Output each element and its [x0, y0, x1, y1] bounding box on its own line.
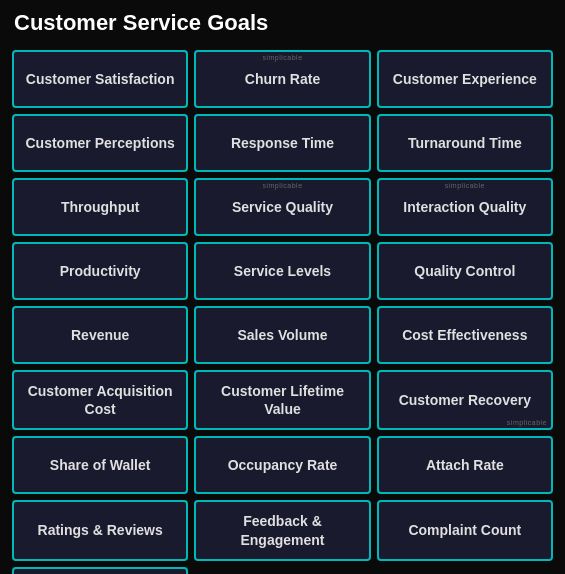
cell-label-customer-acquisition-cost: Customer Acquisition Cost: [22, 382, 178, 418]
grid-cell-productivity[interactable]: Productivity: [12, 242, 188, 300]
grid-cell-turnaround-time[interactable]: Turnaround Time: [377, 114, 553, 172]
cell-label-customer-lifetime-value: Customer Lifetime Value: [204, 382, 360, 418]
page-title: Customer Service Goals: [12, 10, 553, 36]
cell-label-customer-perceptions: Customer Perceptions: [25, 134, 174, 152]
cell-label-turnaround-time: Turnaround Time: [408, 134, 522, 152]
cell-label-attach-rate: Attach Rate: [426, 456, 504, 474]
grid-cell-response-time[interactable]: Response Time: [194, 114, 370, 172]
grid-cell-cost-effectiveness[interactable]: Cost Effectiveness: [377, 306, 553, 364]
grid-cell-feedback-engagement[interactable]: Feedback & Engagement: [194, 500, 370, 560]
grid-cell-churn-rate[interactable]: simplicableChurn Rate: [194, 50, 370, 108]
grid-cell-revenue[interactable]: Revenue: [12, 306, 188, 364]
grid-cell-customer-recovery[interactable]: simplicableCustomer Recovery: [377, 370, 553, 430]
cell-label-share-of-wallet: Share of Wallet: [50, 456, 151, 474]
grid-cell-customer-experience[interactable]: Customer Experience: [377, 50, 553, 108]
grid-cell-sales-volume[interactable]: Sales Volume: [194, 306, 370, 364]
grid-cell-service-quality[interactable]: simplicableService Quality: [194, 178, 370, 236]
cell-label-customer-experience: Customer Experience: [393, 70, 537, 88]
grid-cell-quality-control[interactable]: Quality Control: [377, 242, 553, 300]
grid-cell-throughput[interactable]: Throughput: [12, 178, 188, 236]
cell-label-complaint-count: Complaint Count: [408, 521, 521, 539]
watermark-service-quality: simplicable: [262, 182, 302, 189]
cell-label-throughput: Throughput: [61, 198, 140, 216]
cell-label-occupancy-rate: Occupancy Rate: [228, 456, 338, 474]
cell-label-service-levels: Service Levels: [234, 262, 331, 280]
watermark-churn-rate: simplicable: [262, 54, 302, 61]
grid-cell-customer-lifetime-value[interactable]: Customer Lifetime Value: [194, 370, 370, 430]
grid-cell-customer-acquisition-cost[interactable]: Customer Acquisition Cost: [12, 370, 188, 430]
grid-cell-complaint-count[interactable]: Complaint Count: [377, 500, 553, 560]
watermark-customer-recovery: simplicable: [507, 419, 547, 426]
cell-label-productivity: Productivity: [60, 262, 141, 280]
grid-cell-service-levels[interactable]: Service Levels: [194, 242, 370, 300]
cell-label-customer-satisfaction: Customer Satisfaction: [26, 70, 175, 88]
cell-label-feedback-engagement: Feedback & Engagement: [204, 512, 360, 548]
cell-label-churn-rate: Churn Rate: [245, 70, 320, 88]
goals-grid: Customer SatisfactionsimplicableChurn Ra…: [12, 50, 553, 574]
grid-cell-attach-rate[interactable]: Attach Rate: [377, 436, 553, 494]
cell-label-quality-control: Quality Control: [414, 262, 515, 280]
cell-label-response-time: Response Time: [231, 134, 334, 152]
cell-label-interaction-quality: Interaction Quality: [403, 198, 526, 216]
grid-cell-service-culture[interactable]: Service Culture: [12, 567, 188, 574]
grid-cell-occupancy-rate[interactable]: Occupancy Rate: [194, 436, 370, 494]
watermark-interaction-quality: simplicable: [445, 182, 485, 189]
cell-label-sales-volume: Sales Volume: [237, 326, 327, 344]
grid-cell-customer-satisfaction[interactable]: Customer Satisfaction: [12, 50, 188, 108]
grid-cell-ratings-reviews[interactable]: Ratings & Reviews: [12, 500, 188, 560]
cell-label-service-quality: Service Quality: [232, 198, 333, 216]
cell-label-revenue: Revenue: [71, 326, 129, 344]
cell-label-ratings-reviews: Ratings & Reviews: [38, 521, 163, 539]
grid-cell-interaction-quality[interactable]: simplicableInteraction Quality: [377, 178, 553, 236]
cell-label-customer-recovery: Customer Recovery: [399, 391, 531, 409]
cell-label-cost-effectiveness: Cost Effectiveness: [402, 326, 527, 344]
grid-cell-customer-perceptions[interactable]: Customer Perceptions: [12, 114, 188, 172]
grid-cell-share-of-wallet[interactable]: Share of Wallet: [12, 436, 188, 494]
